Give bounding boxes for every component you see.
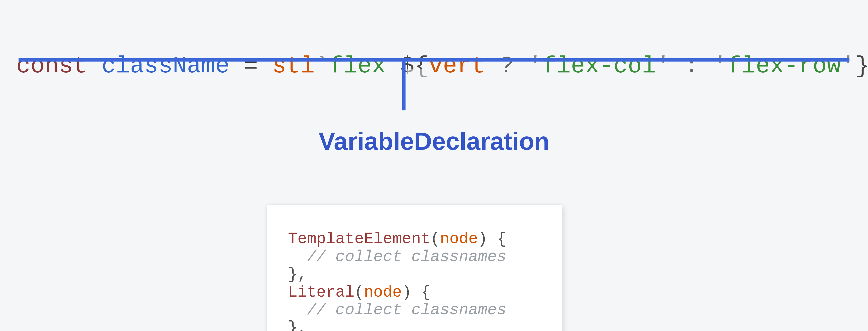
visitor-snippet-card: TemplateElement(node) { // collect class… xyxy=(267,205,562,331)
arg-node-1: node xyxy=(440,230,478,248)
lparen-1: ( xyxy=(430,230,440,248)
interp-close: } xyxy=(855,53,868,79)
highlight-underline xyxy=(19,58,849,61)
quote-4: ' xyxy=(841,53,855,79)
literal-flex: flex xyxy=(329,53,400,79)
backtick-open: ` xyxy=(315,53,329,79)
indent xyxy=(269,283,288,301)
connector-wash xyxy=(407,69,432,90)
indent2 xyxy=(269,301,307,319)
quote-1: ' xyxy=(528,53,542,79)
method-template-element: TemplateElement xyxy=(288,230,430,248)
rbrace-1: }, xyxy=(288,266,307,283)
rparen-2: ) xyxy=(402,283,411,301)
code-line: const className = stl`flex ${vert ? 'fle… xyxy=(16,26,868,106)
arg-node-2: node xyxy=(364,283,402,301)
ternary-q: ? xyxy=(486,53,528,79)
indent xyxy=(269,319,288,331)
ternary-colon: : xyxy=(671,53,713,79)
rparen-1: ) xyxy=(478,230,487,248)
indent xyxy=(269,230,288,248)
quote-3: ' xyxy=(713,53,727,79)
lbrace-2: { xyxy=(411,283,430,301)
connector-line xyxy=(402,58,405,110)
indent2 xyxy=(269,248,307,266)
method-literal: Literal xyxy=(288,283,354,301)
literal-flex-col: flex-col xyxy=(542,53,656,79)
tag-stl: stl xyxy=(272,53,315,79)
rbrace-2: }, xyxy=(288,319,307,331)
lparen-2: ( xyxy=(354,283,364,301)
ast-node-label: VariableDeclaration xyxy=(0,127,868,156)
ident-vert: vert xyxy=(429,53,486,79)
indent xyxy=(269,266,288,283)
comment-2: // collect classnames xyxy=(307,301,506,319)
space xyxy=(88,53,102,79)
quote-2: ' xyxy=(656,53,671,79)
lbrace-1: { xyxy=(487,230,506,248)
literal-flex-row: flex-row xyxy=(727,53,841,79)
assign-op: = xyxy=(230,53,272,79)
keyword-const: const xyxy=(16,53,88,79)
ident-classname: className xyxy=(101,53,229,79)
comment-1: // collect classnames xyxy=(307,248,506,266)
slide-canvas: const className = stl`flex ${vert ? 'fle… xyxy=(0,0,868,331)
